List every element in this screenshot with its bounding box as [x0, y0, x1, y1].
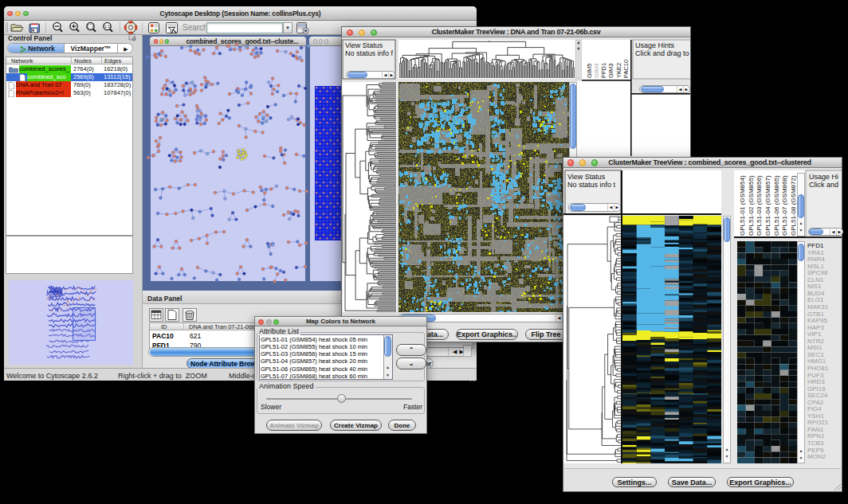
- svg-text:GPL51-06 (GSM865): GPL51-06 (GSM865): [773, 175, 780, 236]
- svg-text:GPL51-08 (GSM872): GPL51-08 (GSM872): [790, 175, 797, 236]
- svg-text:GIM4: GIM4: [593, 64, 600, 78]
- svg-text:PAC10: PAC10: [622, 60, 630, 78]
- svg-text:Usage Hints: Usage Hints: [635, 41, 675, 49]
- svg-text:GPL51-07 (GSM868): GPL51-07 (GSM868): [781, 175, 788, 236]
- svg-text:1:1: 1:1: [104, 24, 110, 29]
- svg-text:YKE2: YKE2: [615, 63, 622, 78]
- svg-text:Click and: Click and: [809, 181, 838, 189]
- svg-text:Usage Hi: Usage Hi: [809, 173, 838, 181]
- svg-text:View Status: View Status: [567, 173, 606, 181]
- svg-text:GPL51-03 (GSM856): GPL51-03 (GSM856): [756, 175, 763, 236]
- svg-text:GPL51-01 (GSM854): GPL51-01 (GSM854): [739, 175, 746, 236]
- svg-text:Click and drag to: Click and drag to: [635, 49, 689, 57]
- svg-text:MON2: MON2: [807, 453, 826, 460]
- svg-text:GPL51-04 (GSM857): GPL51-04 (GSM857): [764, 175, 771, 236]
- svg-text:No status info f: No status info f: [345, 49, 394, 57]
- svg-text:PFD1: PFD1: [600, 63, 607, 78]
- svg-text:GIM3: GIM3: [607, 64, 614, 78]
- svg-text:GIM5: GIM5: [586, 64, 593, 78]
- svg-text:View Status: View Status: [345, 41, 383, 49]
- svg-text:No status info t: No status info t: [567, 181, 616, 189]
- svg-text:GPL51-02 (GSM855): GPL51-02 (GSM855): [748, 175, 755, 236]
